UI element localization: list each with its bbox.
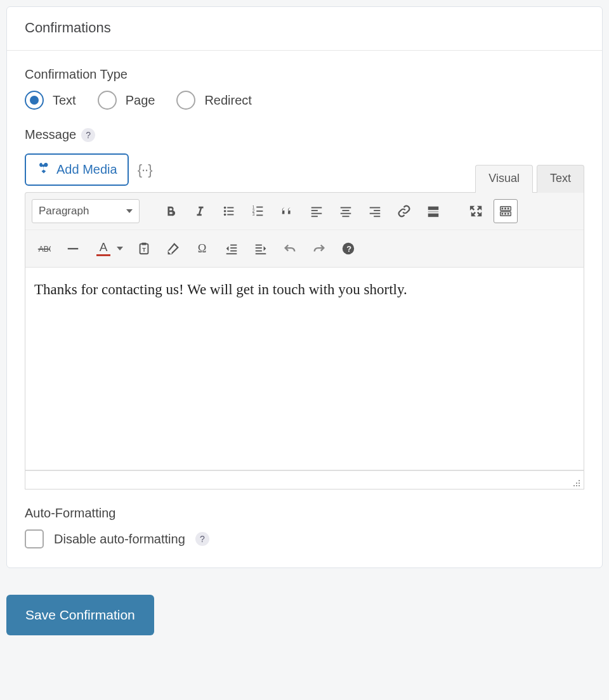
tab-visual[interactable]: Visual [475, 165, 533, 193]
svg-rect-33 [504, 213, 506, 215]
text-color-picker[interactable]: A [90, 237, 127, 261]
disable-autofmt-checkbox[interactable] [25, 529, 44, 548]
radio-label: Page [126, 93, 155, 108]
disable-autofmt-label: Disable auto-formatting [54, 532, 185, 547]
svg-point-0 [224, 207, 226, 209]
svg-rect-49 [256, 253, 266, 254]
outdent-icon[interactable] [219, 237, 244, 261]
svg-text:3: 3 [252, 212, 255, 216]
svg-point-4 [224, 214, 226, 216]
svg-rect-32 [502, 213, 504, 215]
radio-page[interactable]: Page [98, 91, 155, 110]
svg-rect-1 [227, 207, 233, 209]
save-confirmation-button[interactable]: Save Confirmation [6, 595, 154, 635]
svg-rect-55 [573, 485, 575, 486]
smart-tags-icon[interactable]: {··} [138, 162, 152, 178]
svg-rect-22 [370, 213, 381, 214]
svg-text:T: T [142, 247, 146, 253]
bullet-list-icon[interactable] [217, 199, 241, 223]
editor-statusbar [25, 470, 584, 489]
message-textarea[interactable]: Thanks for contacting us! We will get in… [25, 268, 584, 470]
svg-rect-28 [502, 208, 504, 210]
svg-rect-11 [256, 215, 263, 216]
align-right-icon[interactable] [363, 199, 387, 223]
svg-rect-3 [227, 211, 233, 212]
toolbar-toggle-icon[interactable] [494, 199, 518, 223]
auto-formatting-section: Auto-Formatting Disable auto-formatting … [25, 506, 584, 548]
svg-rect-13 [311, 210, 318, 211]
message-label-row: Message ? [25, 127, 584, 142]
svg-text:?: ? [346, 244, 351, 254]
svg-rect-17 [343, 210, 350, 211]
format-dropdown[interactable]: Paragraph [32, 199, 140, 223]
help-icon[interactable]: ? [81, 128, 95, 142]
radio-label: Redirect [204, 93, 251, 108]
paste-text-icon[interactable]: T [132, 237, 156, 261]
svg-rect-39 [141, 243, 146, 245]
svg-rect-12 [311, 207, 322, 209]
svg-rect-14 [311, 213, 322, 214]
svg-rect-5 [227, 214, 233, 216]
radio-icon [176, 91, 195, 110]
bold-icon[interactable] [159, 199, 183, 223]
blockquote-icon[interactable] [275, 199, 299, 223]
read-more-icon[interactable] [421, 199, 445, 223]
radio-redirect[interactable]: Redirect [176, 91, 251, 110]
svg-rect-54 [579, 483, 580, 484]
italic-icon[interactable] [188, 199, 212, 223]
chevron-down-icon [126, 209, 133, 213]
undo-icon[interactable] [278, 237, 302, 261]
svg-rect-29 [504, 208, 506, 210]
redo-icon[interactable] [307, 237, 331, 261]
align-left-icon[interactable] [304, 199, 329, 223]
svg-rect-18 [341, 213, 351, 214]
svg-rect-19 [343, 216, 350, 217]
fullscreen-icon[interactable] [464, 199, 488, 223]
panel-title: Confirmations [7, 7, 602, 51]
special-char-icon[interactable]: Ω [190, 237, 214, 261]
horizontal-rule-icon[interactable] [61, 237, 85, 261]
svg-rect-24 [428, 207, 439, 211]
text-color-icon: A [94, 241, 113, 256]
editor-toolbar: Paragraph 123 [25, 192, 584, 268]
svg-rect-52 [579, 480, 580, 481]
message-label: Message [25, 127, 76, 142]
link-icon[interactable] [392, 199, 416, 223]
confirmation-type-label: Confirmation Type [25, 67, 584, 82]
indent-icon[interactable] [249, 237, 273, 261]
svg-rect-56 [576, 485, 577, 486]
svg-rect-45 [226, 253, 237, 254]
confirmations-panel: Confirmations Confirmation Type Text Pag… [6, 6, 603, 568]
svg-rect-25 [428, 211, 439, 212]
svg-rect-20 [370, 207, 381, 209]
strikethrough-icon[interactable]: ABC [32, 237, 56, 261]
help-icon[interactable]: ? [195, 532, 209, 546]
svg-rect-47 [256, 247, 262, 249]
svg-rect-37 [68, 248, 79, 249]
svg-rect-46 [256, 245, 262, 246]
svg-rect-16 [341, 207, 351, 209]
svg-rect-9 [256, 211, 263, 212]
editor-topbar: Add Media {··} Visual Text [25, 153, 584, 192]
tab-text[interactable]: Text [537, 165, 584, 193]
svg-rect-34 [508, 213, 509, 215]
align-center-icon[interactable] [334, 199, 358, 223]
svg-rect-26 [428, 214, 439, 217]
radio-text[interactable]: Text [25, 91, 76, 110]
add-media-button[interactable]: Add Media [25, 153, 129, 186]
editor-tabs: Visual Text [475, 164, 584, 192]
svg-rect-30 [508, 208, 509, 210]
add-media-label: Add Media [56, 162, 117, 177]
numbered-list-icon[interactable]: 123 [246, 199, 270, 223]
resize-handle-icon[interactable] [572, 479, 581, 488]
help-toolbar-icon[interactable]: ? [336, 237, 360, 261]
svg-text:Ω: Ω [198, 242, 207, 255]
svg-rect-23 [374, 216, 380, 217]
chevron-down-icon [117, 247, 123, 250]
svg-rect-7 [256, 207, 263, 208]
radio-icon [98, 91, 117, 110]
svg-rect-15 [311, 216, 318, 217]
clear-formatting-icon[interactable] [161, 237, 185, 261]
radio-label: Text [53, 93, 76, 108]
svg-rect-53 [576, 483, 577, 484]
